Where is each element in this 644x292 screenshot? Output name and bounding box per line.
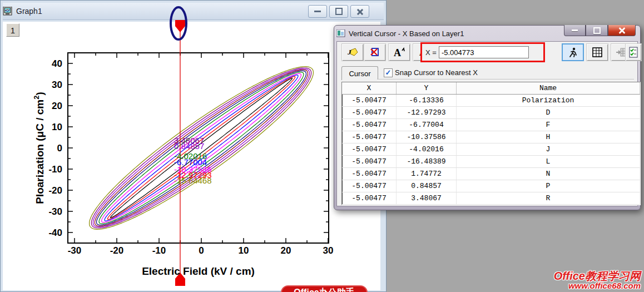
x-cell: -5.00477 (342, 180, 397, 192)
cursor-readout-table: XYName -5.00477-6.13336Polarization-5.00… (342, 82, 640, 205)
table-row[interactable]: -5.004773.48067R (342, 192, 640, 205)
preferences-button[interactable] (625, 43, 642, 61)
delete-label-icon (369, 47, 380, 58)
name-cell: T (457, 205, 640, 206)
dialog-body: J A A X (336, 41, 638, 206)
x-cell: -5.00477 (342, 107, 397, 119)
graph-window-titlebar[interactable]: Graph1 (3, 3, 384, 20)
graph-page: 1 Office办公助手 www.officezhushou.com (3, 22, 380, 290)
dialog-icon (336, 29, 345, 37)
table-row[interactable]: -5.00477-15.64468T (342, 205, 640, 206)
dialog-title: Vertical Cursor - X Based on Layer1 (349, 29, 464, 38)
y-cell: 1.74772 (397, 168, 457, 180)
delete-label-button[interactable] (364, 43, 386, 61)
y-cell: -6.13336 (397, 95, 457, 107)
table-row[interactable]: -5.00477-6.77004F (342, 119, 640, 131)
column-header-y[interactable]: Y (397, 82, 457, 95)
x-equals-label: X = (425, 48, 437, 57)
restore-icon (335, 8, 343, 15)
dialog-minimize-button[interactable] (564, 25, 586, 36)
table-icon (592, 47, 603, 58)
minimize-icon (572, 29, 578, 31)
y-cell: -10.37586 (397, 131, 457, 143)
checklist-icon (628, 47, 639, 58)
svg-text:J: J (347, 48, 351, 56)
x-cell: -5.00477 (342, 95, 397, 107)
graph-minimize-button[interactable] (308, 5, 327, 18)
x-cell: -5.00477 (342, 168, 397, 180)
name-cell: F (457, 119, 640, 131)
x-cell: -5.00477 (342, 119, 397, 131)
maximize-icon (593, 27, 601, 34)
table-row[interactable]: -5.00477-12.97293D (342, 107, 640, 119)
minimize-icon (314, 11, 321, 12)
y-cell: 3.48067 (397, 192, 457, 205)
x-value-input[interactable] (439, 46, 529, 58)
officezhushou-badge: Office办公助手 (281, 285, 368, 292)
vertical-cursor-dialog: Vertical Cursor - X Based on Layer1 J (334, 25, 641, 210)
font-increase-button[interactable]: A (388, 43, 410, 61)
name-cell: N (457, 168, 640, 180)
tab-cursor[interactable]: Cursor (341, 66, 378, 80)
y-cell: -15.64468 (397, 205, 457, 206)
cursor-table-wrap: XYName -5.00477-6.13336Polarization-5.00… (341, 82, 641, 205)
table-row[interactable]: -5.00477-4.02016J (342, 143, 640, 156)
watermark-url: www.office68.com (554, 281, 641, 290)
x-cell: -5.00477 (342, 156, 397, 168)
x-value-annotation-box: X = (420, 42, 545, 62)
x-cell: -5.00477 (342, 205, 397, 206)
svg-text:A: A (394, 47, 401, 58)
dialog-titlebar[interactable]: Vertical Cursor - X Based on Layer1 (336, 26, 638, 41)
y-cell: -16.48389 (397, 156, 457, 168)
x-cell: -5.00477 (342, 192, 397, 205)
graph-window-icon (3, 7, 13, 16)
column-header-x[interactable]: X (342, 82, 397, 95)
watermark-title: Office教程学习网 (554, 270, 641, 281)
graph-window: Graph1 1 Office办公助手 www.officezhushou.co… (0, 0, 387, 292)
snap-cursor-checkbox[interactable]: ✓ (384, 68, 393, 77)
layer-1-button[interactable]: 1 (6, 23, 19, 37)
origin-workspace: { "graph_window": { "title": "Graph1", "… (0, 0, 644, 292)
graph-restore-button[interactable] (329, 5, 348, 18)
x-cell: -5.00477 (342, 143, 397, 156)
data-label-tag-icon: J (346, 47, 359, 58)
name-cell: J (457, 143, 640, 156)
x-cell: -5.00477 (342, 131, 397, 143)
dialog-tabrow: Cursor ✓ Snap Cursor to Nearest X (337, 65, 637, 80)
table-row[interactable]: -5.004770.84857P (342, 180, 640, 192)
dialog-toolbar: J A A X (337, 42, 637, 64)
table-header-row: XYName (342, 82, 640, 95)
table-row[interactable]: -5.00477-10.37586H (342, 131, 640, 143)
table-row[interactable]: -5.00477-6.13336Polarization (342, 95, 640, 107)
runner-icon (567, 47, 578, 58)
table-row[interactable]: -5.004771.74772N (342, 168, 640, 180)
y-cell: 0.84857 (397, 180, 457, 192)
name-cell: L (457, 156, 640, 168)
y-cell: -12.97293 (397, 107, 457, 119)
graph-close-button[interactable] (350, 5, 369, 18)
name-cell: H (457, 131, 640, 143)
dialog-close-button[interactable] (608, 25, 636, 36)
y-cell: -4.02016 (397, 143, 457, 156)
name-cell: Polarization (457, 95, 640, 107)
close-icon (618, 27, 626, 34)
graph-window-title: Graph1 (16, 7, 42, 16)
dialog-maximize-button[interactable] (586, 25, 608, 36)
name-cell: D (457, 107, 640, 119)
close-icon (356, 8, 363, 15)
tab-divider (377, 79, 634, 80)
table-row[interactable]: -5.00477-16.48389L (342, 156, 640, 168)
name-cell: P (457, 180, 640, 192)
name-cell: R (457, 192, 640, 205)
cursor-run-button[interactable] (562, 43, 584, 61)
add-label-button[interactable]: J (341, 43, 364, 61)
y-cell: -6.77004 (397, 119, 457, 131)
column-header-name[interactable]: Name (457, 82, 640, 95)
snap-cursor-label: Snap Cursor to Nearest X (395, 68, 478, 77)
show-table-button[interactable] (586, 43, 608, 61)
font-increase-icon: A (393, 46, 406, 58)
watermark: Office教程学习网 www.office68.com (554, 270, 641, 290)
